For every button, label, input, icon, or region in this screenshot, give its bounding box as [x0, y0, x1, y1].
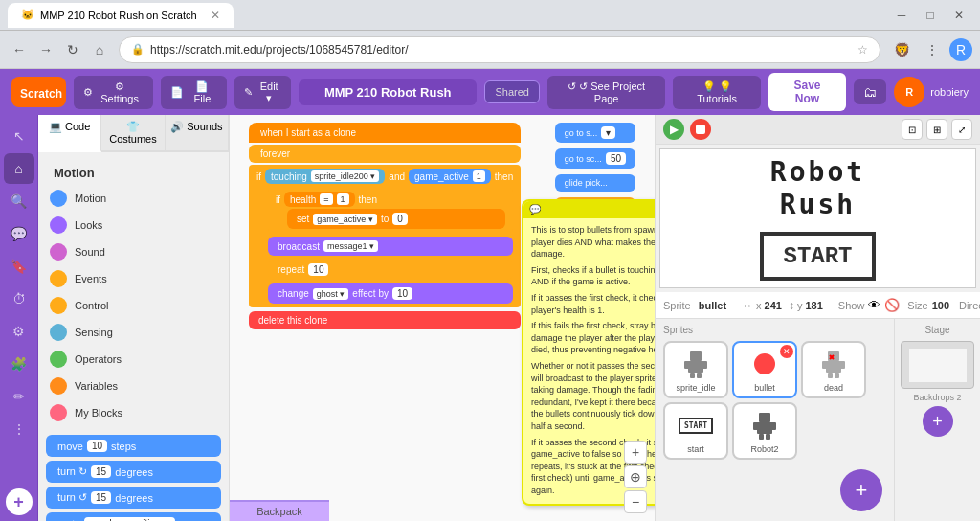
glide-pick-block[interactable]: glide pick...: [555, 174, 635, 192]
side-icon-search[interactable]: 🔍: [4, 186, 34, 216]
game-title: Robot Rush: [770, 156, 865, 220]
add-sprite-side-button[interactable]: +: [6, 488, 33, 515]
start-thumb: START: [675, 408, 717, 442]
file-button[interactable]: 📄 📄 File: [161, 76, 228, 109]
sprite-item-bullet[interactable]: ✕ bullet: [732, 341, 797, 398]
block-goto-random[interactable]: go to random position ▾: [46, 512, 221, 521]
address-bar[interactable]: 🔒 https://scratch.mit.edu/projects/10685…: [119, 36, 880, 63]
refresh-button[interactable]: ↻: [61, 38, 84, 61]
brave-icon[interactable]: 🦁: [888, 36, 915, 63]
project-name-input[interactable]: [299, 79, 477, 105]
side-icon-brush[interactable]: ✏: [4, 381, 34, 412]
block-turn-cw[interactable]: turn ↻ 15 degrees: [46, 461, 221, 483]
hide-icon[interactable]: 🚫: [884, 298, 900, 312]
tab-code[interactable]: 💻 Code: [38, 115, 101, 152]
code-area[interactable]: when I start as a clone forever if touch…: [230, 115, 655, 521]
refresh-icon: ↺: [568, 80, 576, 92]
maximize-button[interactable]: □: [917, 6, 944, 25]
username-label[interactable]: robbiery: [930, 86, 969, 98]
see-project-button[interactable]: ↺ ↺ See Project Page: [547, 76, 665, 109]
add-backdrop-button[interactable]: +: [923, 406, 953, 437]
sprite-list-area: Sprites: [656, 319, 980, 521]
tab-costumes[interactable]: 👕 Costumes: [101, 115, 165, 150]
svg-rect-17: [757, 422, 772, 434]
block-move[interactable]: move 10 steps: [46, 435, 221, 457]
minimize-button[interactable]: ─: [888, 6, 915, 25]
category-sensing[interactable]: Sensing: [42, 320, 225, 345]
tutorials-button[interactable]: 💡 💡 Tutorials: [673, 76, 760, 109]
stage-controls: ▶ ⊡ ⊞ ⤢: [656, 115, 980, 145]
settings-label: ⚙ Settings: [97, 80, 144, 104]
extensions-btn[interactable]: ⋮: [919, 36, 946, 63]
tab-sounds[interactable]: 🔊 Sounds: [166, 115, 229, 150]
green-flag-button[interactable]: ▶: [663, 119, 684, 140]
broadcast-block[interactable]: broadcast message1 ▾: [268, 237, 513, 256]
sprite-grid: sprite_idle ✕ bullet: [659, 337, 890, 464]
side-icon-puzzle[interactable]: 🧩: [4, 349, 34, 379]
show-eye-icon[interactable]: 👁: [868, 298, 880, 312]
folder-button[interactable]: 🗂: [854, 79, 886, 104]
svg-rect-16: [759, 413, 770, 422]
category-operators[interactable]: Operators: [42, 347, 225, 372]
side-icon-chat[interactable]: 💬: [4, 218, 34, 249]
if-health-block[interactable]: if health = 1 then set game_active ▾ to …: [268, 188, 513, 233]
category-variables[interactable]: Variables: [42, 374, 225, 398]
side-icon-more[interactable]: ⋮: [4, 414, 34, 444]
goto-sc-block[interactable]: go to sc... 50: [555, 148, 635, 169]
change-ghost-block[interactable]: change ghost ▾ effect by 10: [268, 283, 513, 304]
side-icon-cursor[interactable]: ↖: [4, 121, 34, 151]
backdrops-count: Backdrops 2: [899, 393, 976, 402]
settings-button[interactable]: ⚙ ⚙ Settings: [74, 76, 153, 109]
arrows-icon: ↔: [742, 299, 753, 312]
forward-button[interactable]: →: [34, 38, 57, 61]
forever-block[interactable]: forever: [249, 145, 521, 163]
category-myblocks[interactable]: My Blocks: [42, 400, 225, 425]
block-turn-ccw[interactable]: turn ↺ 15 degrees: [46, 487, 221, 509]
user-avatar[interactable]: R: [894, 77, 924, 107]
side-icons: ↖ ⌂ 🔍 💬 🔖 ⏱ ⚙ 🧩 ✏ ⋮ +: [0, 115, 38, 521]
sprite-item-robot2[interactable]: Robot2: [732, 402, 797, 460]
when-start-clone-block[interactable]: when I start as a clone: [249, 123, 521, 143]
browser-tab[interactable]: 🐱 MMP 210 Robot Rush on Scratch ✕: [8, 3, 234, 28]
goto-s-block[interactable]: go to s... ▾: [555, 123, 635, 143]
large-stage-button[interactable]: ⊞: [926, 119, 947, 140]
backpack-bar[interactable]: Backpack: [230, 500, 329, 521]
add-sprite-button[interactable]: +: [840, 469, 882, 511]
profile-btn[interactable]: R: [949, 38, 972, 61]
sprite-item-dead[interactable]: dead: [801, 341, 866, 398]
save-now-button[interactable]: Save Now: [768, 73, 846, 111]
fullscreen-button[interactable]: ⤢: [951, 119, 972, 140]
category-looks[interactable]: Looks: [42, 213, 225, 238]
zoom-in-button[interactable]: +: [624, 441, 647, 464]
small-stage-button[interactable]: ⊡: [902, 119, 923, 140]
star-icon[interactable]: ☆: [858, 43, 868, 57]
if-touching-block[interactable]: if touching sprite_idle200 ▾ and game_ac…: [249, 165, 521, 307]
delete-clone-block[interactable]: delete this clone: [249, 311, 521, 329]
variables-dot: [50, 377, 67, 395]
comment-title-bar: 💬 ✕: [523, 201, 655, 218]
repeat-block[interactable]: repeat 10: [268, 260, 513, 280]
zoom-center-button[interactable]: ⊕: [624, 465, 647, 488]
bullet-delete-button[interactable]: ✕: [780, 345, 793, 358]
category-sound[interactable]: Sound: [42, 239, 225, 264]
scratch-logo[interactable]: Scratch: [11, 77, 66, 107]
edit-button[interactable]: ✎ Edit ▾: [234, 76, 291, 109]
shared-badge[interactable]: Shared: [484, 80, 539, 103]
side-icon-home[interactable]: ⌂: [4, 153, 34, 184]
side-icon-history[interactable]: ⏱: [4, 283, 34, 314]
back-button[interactable]: ←: [8, 38, 31, 61]
category-control[interactable]: Control: [42, 293, 225, 318]
side-icon-settings2[interactable]: ⚙: [4, 316, 34, 347]
comment-text: This is to stop bullets from spawning wh…: [531, 224, 655, 260]
sprite-item-start[interactable]: START start: [663, 402, 728, 460]
zoom-out-button[interactable]: −: [624, 490, 647, 513]
category-events[interactable]: Events: [42, 266, 225, 291]
stage-section: Stage Backdrops 2 +: [894, 319, 980, 521]
sprite-item-sprite-idle[interactable]: sprite_idle: [663, 341, 728, 398]
tab-close-icon[interactable]: ✕: [211, 9, 220, 22]
stop-button[interactable]: [690, 119, 711, 140]
side-icon-bookmark[interactable]: 🔖: [4, 251, 34, 282]
category-motion[interactable]: Motion: [42, 186, 225, 211]
close-button[interactable]: ✕: [946, 6, 972, 25]
home-button[interactable]: ⌂: [88, 38, 111, 61]
